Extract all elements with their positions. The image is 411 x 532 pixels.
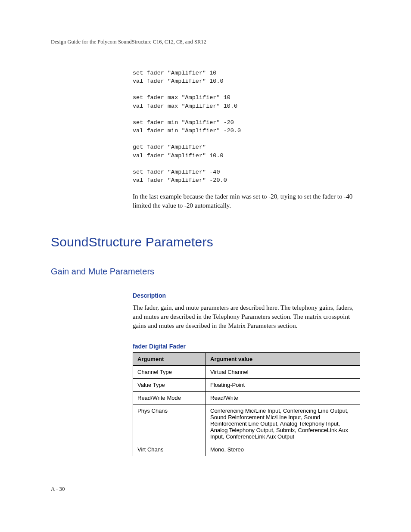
table-row: Value Type Floating-Point — [133, 378, 360, 391]
table-header-argument: Argument — [133, 352, 206, 365]
cell-value: Read/Write — [206, 391, 360, 404]
cell-value: Conferencing Mic/Line Input, Conferencin… — [206, 404, 360, 443]
cell-argument: Phys Chans — [133, 404, 206, 443]
section-heading-h1: SoundStructure Parameters — [51, 235, 362, 249]
description-block: Description The fader, gain, and mute pa… — [133, 292, 362, 456]
body-paragraph: In the last example because the fader mi… — [133, 192, 362, 211]
page-number: A - 30 — [51, 485, 65, 492]
table-row: Read/Write Mode Read/Write — [133, 391, 360, 404]
cell-argument: Read/Write Mode — [133, 391, 206, 404]
cell-value: Virtual Channel — [206, 365, 360, 378]
header-rule — [51, 48, 362, 48]
description-heading: Description — [133, 292, 362, 299]
table-title: fader Digital Fader — [133, 343, 362, 350]
parameter-table: Argument Argument value Channel Type Vir… — [133, 352, 360, 456]
cell-argument: Value Type — [133, 378, 206, 391]
description-text: The fader, gain, and mute parameters are… — [133, 303, 362, 331]
cell-value: Mono, Stereo — [206, 443, 360, 456]
table-header-value: Argument value — [206, 352, 360, 365]
section-heading-h2: Gain and Mute Parameters — [51, 267, 362, 277]
table-row: Channel Type Virtual Channel — [133, 365, 360, 378]
table-header-row: Argument Argument value — [133, 352, 360, 365]
cell-argument: Channel Type — [133, 365, 206, 378]
table-row: Virt Chans Mono, Stereo — [133, 443, 360, 456]
code-listing: set fader "Amplifier" 10 val fader "Ampl… — [133, 69, 362, 184]
page: Design Guide for the Polycom SoundStruct… — [0, 0, 411, 532]
code-example-block: set fader "Amplifier" 10 val fader "Ampl… — [133, 69, 362, 211]
table-row: Phys Chans Conferencing Mic/Line Input, … — [133, 404, 360, 443]
running-header: Design Guide for the Polycom SoundStruct… — [51, 39, 362, 45]
cell-argument: Virt Chans — [133, 443, 206, 456]
cell-value: Floating-Point — [206, 378, 360, 391]
